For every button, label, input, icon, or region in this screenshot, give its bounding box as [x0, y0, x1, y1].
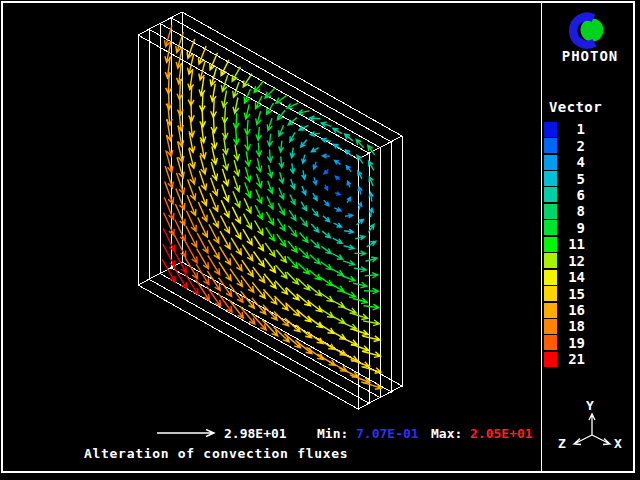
- vector-arrow: [241, 276, 254, 293]
- vector-arrow: [267, 103, 274, 114]
- vector-arrow: [358, 187, 362, 195]
- vector-arrow: [347, 181, 351, 187]
- vector-arrow: [234, 176, 240, 192]
- vector-arrow: [268, 165, 273, 177]
- vector-arrow: [233, 113, 239, 129]
- vector-arrow: [200, 155, 206, 174]
- vector-arrow: [313, 177, 317, 184]
- vector-arrow: [268, 181, 273, 193]
- vector-arrow: [334, 223, 342, 227]
- vector-arrow: [232, 222, 241, 239]
- vector-arrow: [299, 248, 309, 258]
- vector-field: [162, 25, 381, 389]
- legend-entry: 1: [544, 121, 585, 137]
- vector-arrow: [353, 282, 367, 288]
- legend-swatch: [544, 237, 557, 252]
- legend-entry-label: 11: [563, 236, 585, 252]
- vector-arrow: [321, 262, 332, 270]
- vector-arrow: [364, 304, 379, 310]
- legend-title: Vector: [549, 100, 602, 114]
- vector-arrow: [242, 260, 253, 276]
- vector-arrow: [340, 353, 358, 362]
- vector-arrow: [220, 247, 231, 265]
- photon-window: PHOTON Vector 12456891112141516181921 2.…: [0, 0, 640, 480]
- min-value: 7.07E-01: [356, 426, 419, 442]
- vector-arrow: [287, 257, 297, 269]
- vector-arrow: [343, 261, 355, 266]
- vector-arrow: [309, 270, 321, 280]
- vector-arrow: [254, 81, 263, 93]
- vector-arrow: [300, 217, 307, 226]
- legend-entry-label: 9: [563, 220, 585, 236]
- vector-arrow: [266, 227, 275, 240]
- vector-arrow: [369, 193, 373, 202]
- vector-arrow: [367, 241, 376, 247]
- vector-arrow: [311, 148, 318, 152]
- vector-arrow: [311, 224, 319, 232]
- vector-arrow: [362, 367, 381, 374]
- vector-arrow: [354, 251, 365, 256]
- vector-arrow: [234, 145, 240, 161]
- min-label: Min:: [317, 426, 348, 442]
- vector-arrow: [267, 150, 272, 162]
- vector-arrow: [234, 129, 240, 145]
- legend-swatch: [544, 171, 557, 186]
- vector-arrow: [267, 196, 273, 209]
- plot-title: Alteration of convection fluxes: [84, 447, 348, 460]
- vector-arrow: [290, 163, 295, 173]
- vector-arrow: [290, 195, 295, 205]
- vector-arrow: [288, 241, 297, 252]
- vector-arrow: [345, 214, 353, 218]
- legend-entry: 12: [544, 253, 585, 269]
- vector-arrow: [265, 243, 275, 257]
- legend-entry-label: 6: [563, 187, 585, 203]
- vector-arrow: [221, 216, 230, 233]
- axis-triad-icon: [574, 414, 610, 445]
- vector-arrow: [302, 170, 306, 179]
- vector-arrow: [330, 315, 345, 323]
- vector-arrow: [231, 253, 242, 270]
- vector-arrow: [255, 221, 263, 235]
- legend-entry-label: 19: [563, 335, 585, 351]
- legend-entry-label: 1: [563, 121, 585, 137]
- vector-arrow: [334, 207, 341, 211]
- vector-arrow: [231, 238, 241, 255]
- vector-arrow: [222, 106, 228, 123]
- vector-arrow: [330, 300, 344, 308]
- vector-arrow: [245, 136, 251, 151]
- vector-arrow: [243, 229, 252, 245]
- vector-arrow: [267, 118, 272, 130]
- vector-arrow: [232, 207, 240, 223]
- legend-entry: 11: [544, 236, 585, 252]
- vector-arrow: [358, 171, 362, 179]
- vector-arrow: [253, 267, 265, 282]
- vector-arrow: [287, 272, 299, 284]
- vector-arrow: [233, 98, 239, 114]
- vector-arrow: [369, 177, 373, 186]
- vector-arrow: [278, 219, 286, 231]
- vector-arrow: [210, 68, 216, 86]
- legend-swatch: [544, 122, 557, 137]
- axis-x-label: X: [614, 437, 622, 450]
- vector-arrow: [289, 210, 296, 220]
- vector-arrow: [365, 273, 378, 278]
- vector-arrow: [252, 282, 265, 298]
- vector-arrow: [290, 148, 295, 158]
- legend-entry: 9: [544, 220, 585, 236]
- vector-arrow: [256, 143, 262, 157]
- legend-entry-label: 14: [563, 269, 585, 285]
- vector-arrow: [312, 209, 318, 217]
- vector-arrow: [346, 166, 351, 172]
- vector-arrow: [223, 138, 229, 155]
- logo-ball: [581, 19, 604, 42]
- vector-arrow: [223, 153, 229, 170]
- photon-logo-label: PHOTON: [549, 49, 631, 63]
- vector-arrow: [256, 158, 262, 172]
- legend-swatch: [544, 335, 557, 350]
- legend-swatch: [544, 204, 557, 219]
- vector-arrow: [301, 140, 307, 147]
- vector-arrow: [222, 169, 228, 186]
- vector-arrow: [347, 197, 351, 203]
- legend-swatch: [544, 220, 557, 235]
- max-value: 2.05E+01: [470, 426, 533, 442]
